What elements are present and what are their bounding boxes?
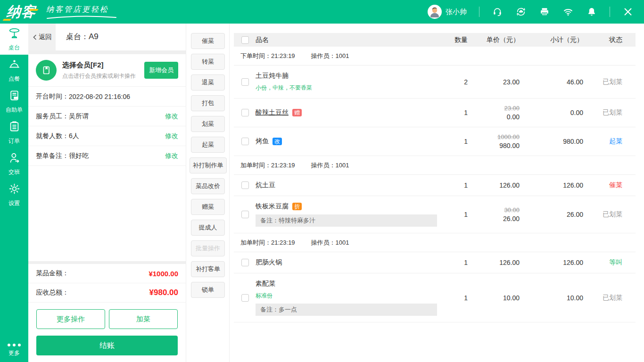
row-checkbox[interactable]: [241, 259, 249, 266]
gift-badge: 赠: [292, 109, 302, 116]
action-strike-button[interactable]: 划菜: [191, 116, 225, 132]
close-icon[interactable]: [622, 6, 634, 17]
dish-old-price: 23.00: [468, 105, 520, 112]
dish-qty: 1: [444, 109, 468, 116]
action-serve-button[interactable]: 起菜: [191, 137, 225, 153]
topbar: 纳客 纳客管店更轻松 张小帅: [0, 0, 644, 24]
dish-name: 酸辣土豆丝: [256, 108, 289, 117]
dish-note: 备注：多一点: [256, 304, 437, 316]
header-qty: 数量: [444, 36, 468, 44]
modify-badge: 改: [272, 138, 282, 145]
sidebar-item-tables[interactable]: 桌台: [0, 24, 28, 55]
wifi-icon[interactable]: [562, 6, 574, 17]
row-checkbox[interactable]: [241, 109, 249, 116]
row-checkbox[interactable]: [241, 78, 249, 86]
action-commission-button[interactable]: 提成人: [191, 220, 225, 236]
dish-name: 肥肠火锅: [256, 258, 282, 267]
action-batch-button: 批量操作: [191, 240, 225, 256]
topbar-divider: [479, 7, 479, 17]
action-lock-button[interactable]: 锁单: [191, 282, 225, 298]
sidebar-item-orders[interactable]: 订单: [0, 117, 28, 148]
slogan-text: 纳客管店更轻松: [46, 5, 117, 15]
dish-row[interactable]: 素配菜标准份备注：多一点110.0010.00已划菜: [234, 273, 636, 322]
dish-amount-value: ¥1000.00: [149, 270, 178, 278]
back-button[interactable]: 返回: [28, 24, 56, 50]
sidebar-item-settings[interactable]: 设置: [0, 179, 28, 210]
action-reprice-button[interactable]: 菜品改价: [191, 178, 225, 194]
sidebar-item-more[interactable]: 更多: [0, 344, 28, 357]
row-checkbox[interactable]: [241, 181, 249, 189]
dish-price: 30.0026.00: [468, 206, 520, 222]
action-urge-button[interactable]: 催菜: [191, 33, 225, 49]
dish-price: 126.00: [468, 181, 520, 189]
action-reprint-bill-button[interactable]: 补打客单: [191, 261, 225, 277]
dish-row[interactable]: 酸辣土豆丝赠123.000.000.00已划菜: [234, 99, 636, 127]
open-time-row: 开台时间：2022-08-20 21:16:06: [28, 87, 186, 107]
member-card[interactable]: 选择会员[F2] 点击进行会员搜索或刷卡操作 新增会员: [28, 54, 186, 86]
dish-row[interactable]: 炕土豆1126.00126.00催菜: [234, 175, 636, 196]
printer-icon[interactable]: [539, 6, 550, 17]
row-checkbox[interactable]: [241, 294, 249, 302]
header-name: 品名: [256, 36, 444, 44]
sidebar-item-order-food[interactable]: 点餐: [0, 55, 28, 86]
back-label: 返回: [39, 33, 52, 41]
dish-qty: 1: [444, 294, 468, 302]
service-icon[interactable]: [492, 6, 503, 17]
edit-waiter-link[interactable]: 修改: [165, 112, 178, 121]
edit-remark-link[interactable]: 修改: [165, 152, 178, 160]
order-items-area[interactable]: 品名数量单价（元）小计（元）状态下单时间：21:23:19操作员：1001土豆炖…: [230, 24, 644, 362]
dish-row[interactable]: 肥肠火锅1126.00126.00等叫: [234, 252, 636, 273]
dish-row[interactable]: 土豆炖牛腩小份，中辣，不要香菜223.0046.00已划菜: [234, 66, 636, 99]
dish-qty: 1: [444, 138, 468, 145]
group-operator: 操作员：1001: [311, 161, 349, 170]
cloud-sync-icon[interactable]: [515, 6, 527, 17]
dish-name-cell: 铁板米豆腐折备注：特辣特麻多汁: [256, 202, 444, 227]
header-subtotal: 小计（元）: [520, 36, 583, 44]
dish-name-cell: 酸辣土豆丝赠: [256, 108, 444, 117]
edit-guest-count-link[interactable]: 修改: [165, 132, 178, 140]
action-pack-button[interactable]: 打包: [191, 95, 225, 111]
add-dish-button[interactable]: 加菜: [109, 309, 178, 329]
member-card-icon: [36, 60, 57, 81]
more-operations-button[interactable]: 更多操作: [36, 309, 105, 329]
guest-count-row: 就餐人数：6人 修改: [28, 126, 186, 146]
dish-row[interactable]: 烤鱼改11000.00980.00980.00起菜: [234, 127, 636, 156]
dish-name: 铁板米豆腐: [256, 202, 289, 211]
dish-subtotal: 980.00: [520, 138, 583, 145]
sidebar-item-label: 桌台: [8, 44, 20, 52]
dish-old-price: 1000.00: [468, 133, 520, 140]
dish-subtotal: 10.00: [520, 294, 583, 302]
payable-total-value: ¥980.00: [149, 288, 178, 297]
table-title: 桌台：A9: [66, 32, 99, 42]
sidebar-item-shift[interactable]: 交班: [0, 148, 28, 179]
sidebar-item-self-service[interactable]: 自助单: [0, 86, 28, 117]
dish-row[interactable]: 铁板米豆腐折备注：特辣特麻多汁130.0026.0026.00已划菜: [234, 196, 636, 233]
dish-status: 已划菜: [583, 78, 636, 86]
action-reprint-make-button[interactable]: 补打制作单: [190, 157, 227, 173]
self-order-icon: [8, 89, 21, 104]
payable-total-row: 应收总额： ¥980.00: [28, 283, 186, 303]
user-name: 张小帅: [446, 8, 467, 16]
guest-count-value: 6人: [69, 132, 79, 140]
group-time: 加单时间：21:23:19: [240, 239, 295, 247]
sidebar-item-label: 设置: [8, 199, 20, 207]
header-status: 状态: [583, 36, 636, 44]
bell-icon[interactable]: [586, 6, 597, 17]
row-checkbox[interactable]: [241, 211, 249, 218]
header-price: 单价（元）: [468, 36, 520, 44]
action-gift-button[interactable]: 赠菜: [191, 199, 225, 215]
action-transfer-button[interactable]: 转菜: [191, 54, 225, 70]
dish-subtotal: 26.00: [520, 211, 583, 218]
order-remark-value: 很好吃: [69, 152, 89, 160]
row-checkbox[interactable]: [241, 138, 249, 145]
cloche-icon: [8, 58, 21, 73]
member-select-title: 选择会员[F2]: [62, 61, 144, 70]
user-chip[interactable]: 张小帅: [428, 5, 467, 19]
checkout-button[interactable]: 结账: [36, 336, 178, 355]
add-member-button[interactable]: 新增会员: [144, 62, 178, 79]
select-all-checkbox[interactable]: [241, 36, 249, 44]
order-group-header: 加单时间：21:23:19操作员：1001: [234, 233, 636, 252]
action-return-button[interactable]: 退菜: [191, 74, 225, 90]
table-detail-panel: 返回 桌台：A9 选择会员[F2] 点击进行会员搜索或刷卡操作 新增会员 开台时…: [28, 24, 186, 362]
dish-price: 10.00: [468, 294, 520, 302]
